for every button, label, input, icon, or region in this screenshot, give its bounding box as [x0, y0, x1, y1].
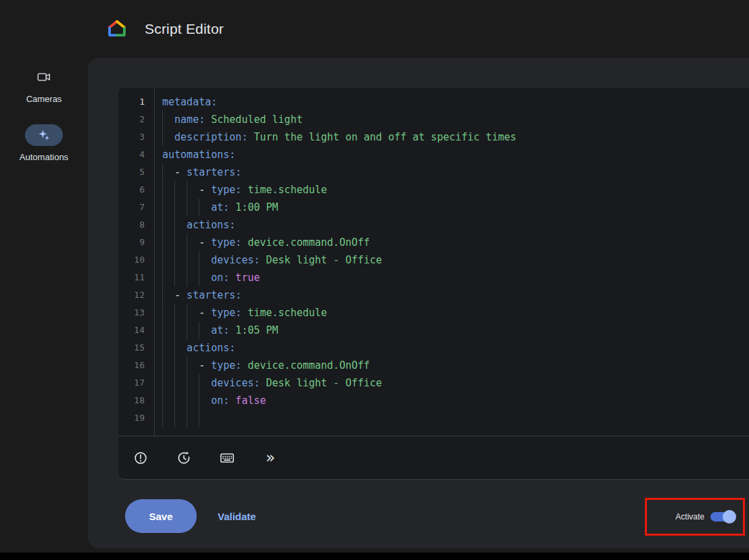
code-token: - — [174, 286, 187, 304]
editor-block: 1metadata:2name: Scheduled light3descrip… — [118, 88, 749, 480]
code-line[interactable]: 2name: Scheduled light — [118, 111, 749, 128]
line-number: 2 — [118, 111, 145, 128]
indent-guides — [162, 111, 174, 128]
code-line[interactable]: 6- type: time.schedule — [118, 181, 749, 199]
code-token: at: — [211, 199, 229, 216]
line-number: 18 — [118, 392, 145, 409]
code-line[interactable]: 12- starters: — [118, 286, 749, 304]
code-token: false — [229, 392, 266, 409]
code-token: actions: — [187, 339, 235, 357]
code-line[interactable]: 7at: 1:00 PM — [118, 199, 749, 216]
code-token: metadata: — [162, 93, 217, 111]
code-lines: 1metadata:2name: Scheduled light3descrip… — [118, 93, 749, 427]
automation-sparkle-icon — [37, 128, 51, 142]
code-line[interactable]: 15actions: — [118, 339, 749, 357]
editor-footer: Save Validate Activate — [88, 480, 749, 549]
code-token: on: — [211, 269, 229, 286]
indent-guides — [162, 234, 199, 251]
code-line[interactable]: 13- type: time.schedule — [118, 304, 749, 322]
indent-guides — [162, 357, 199, 374]
line-number: 6 — [118, 181, 145, 199]
line-content: on: true — [162, 269, 260, 286]
code-token: devices: — [211, 374, 260, 392]
code-line[interactable]: 18on: false — [118, 392, 749, 409]
activate-toggle[interactable] — [710, 512, 735, 521]
indent-guides — [162, 392, 211, 409]
line-content: metadata: — [162, 93, 217, 111]
indent-guides — [162, 286, 174, 304]
code-token: - — [199, 304, 211, 322]
line-number: 19 — [118, 409, 145, 427]
expand-button[interactable]: » — [260, 448, 281, 468]
history-button[interactable] — [174, 448, 194, 468]
indent-guides — [162, 181, 199, 199]
editor-toolbar: » — [118, 436, 749, 479]
line-content: name: Scheduled light — [162, 111, 303, 128]
indent-guides — [162, 269, 211, 286]
validate-button[interactable]: Validate — [214, 499, 260, 533]
problems-icon — [133, 451, 148, 465]
code-line[interactable]: 16- type: device.command.OnOff — [118, 357, 749, 374]
line-content — [162, 409, 211, 427]
code-line[interactable]: 19 — [118, 409, 749, 427]
code-line[interactable]: 9- type: device.command.OnOff — [118, 234, 749, 251]
line-number: 5 — [118, 163, 145, 181]
line-content: - type: device.command.OnOff — [162, 234, 370, 251]
indent-guides — [162, 216, 187, 234]
code-line[interactable]: 10devices: Desk light - Office — [118, 251, 749, 269]
line-number: 14 — [118, 322, 145, 339]
line-content: automations: — [162, 146, 235, 163]
code-line[interactable]: 1metadata: — [118, 93, 749, 111]
code-line[interactable]: 11on: true — [118, 269, 749, 286]
line-number: 8 — [118, 216, 145, 234]
code-token: type: — [211, 357, 241, 374]
indent-guides — [162, 163, 174, 181]
line-number: 10 — [118, 251, 145, 269]
line-content: on: false — [162, 392, 266, 409]
code-token: actions: — [187, 216, 235, 234]
line-number: 1 — [118, 93, 145, 111]
code-line[interactable]: 17devices: Desk light - Office — [118, 374, 749, 392]
code-token: - — [174, 163, 187, 181]
indent-guides — [162, 128, 174, 146]
sidebar-item-label: Automations — [20, 152, 68, 162]
sidebar-item-label: Cameras — [26, 94, 62, 104]
sidebar: Cameras Automations — [0, 58, 88, 553]
line-number: 11 — [118, 269, 145, 286]
code-line[interactable]: 14at: 1:05 PM — [118, 322, 749, 339]
code-token: devices: — [211, 251, 260, 269]
code-token: type: — [211, 181, 241, 199]
code-line[interactable]: 8actions: — [118, 216, 749, 234]
code-token: Desk light - Office — [260, 251, 382, 269]
google-home-logo — [107, 19, 127, 39]
line-content: actions: — [162, 216, 235, 234]
problems-button[interactable] — [130, 448, 151, 468]
save-button[interactable]: Save — [125, 499, 197, 533]
code-token: time.schedule — [241, 304, 327, 322]
code-token: name: — [174, 111, 205, 128]
code-token: automations: — [162, 146, 235, 163]
code-token: Scheduled light — [205, 111, 303, 128]
bottom-strip — [0, 553, 749, 560]
line-number: 15 — [118, 339, 145, 357]
camera-icon — [37, 70, 51, 84]
code-token: Turn the light on and off at specific ti… — [247, 128, 516, 146]
line-number: 16 — [118, 357, 145, 374]
line-number: 4 — [118, 146, 145, 163]
activate-label: Activate — [675, 512, 704, 521]
sidebar-item-cameras[interactable]: Cameras — [26, 66, 62, 104]
code-line[interactable]: 5- starters: — [118, 163, 749, 181]
line-content: - type: time.schedule — [162, 304, 327, 322]
line-number: 17 — [118, 374, 145, 392]
indent-guides — [162, 374, 211, 392]
code-line[interactable]: 3description: Turn the light on and off … — [118, 128, 749, 146]
keyboard-button[interactable] — [217, 448, 237, 468]
line-content: devices: Desk light - Office — [162, 374, 382, 392]
history-icon — [176, 451, 191, 465]
code-editor[interactable]: 1metadata:2name: Scheduled light3descrip… — [118, 88, 749, 436]
line-content: actions: — [162, 339, 235, 357]
code-token: device.command.OnOff — [241, 234, 370, 251]
code-token: true — [229, 269, 260, 286]
code-line[interactable]: 4automations: — [118, 146, 749, 163]
sidebar-item-automations[interactable]: Automations — [20, 124, 68, 162]
